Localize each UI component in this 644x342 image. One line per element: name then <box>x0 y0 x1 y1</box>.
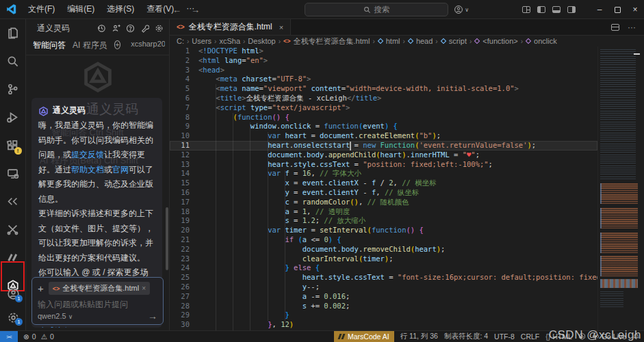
history-icon[interactable] <box>97 24 106 33</box>
encoding-status[interactable]: UTF-8 <box>494 332 515 341</box>
accounts-icon[interactable]: 1 <box>0 281 26 306</box>
feedback-icon[interactable] <box>112 24 120 33</box>
tools-icon[interactable] <box>0 215 26 244</box>
menu-item-0[interactable]: 文件(F) <box>23 1 60 17</box>
add-context-button[interactable]: + <box>38 284 44 293</box>
tab-smart-qa[interactable]: 智能问答 <box>33 40 66 55</box>
code-line[interactable]: 3<head> <box>170 66 597 75</box>
code-line[interactable]: 30 }, 12) <box>170 320 597 330</box>
code-line[interactable]: 7 <script type="text/javascript"> <box>170 103 597 113</box>
code-line[interactable]: 2<html lang="en"> <box>170 56 597 66</box>
live-preview-icon[interactable] <box>0 187 26 215</box>
tongyi-status-icon[interactable] <box>578 332 586 341</box>
code-line[interactable]: 10 var heart = document.createElement("b… <box>170 131 597 141</box>
warnings-count[interactable]: 0 <box>50 332 54 341</box>
breadcrumb-item[interactable]: Desktop <box>248 37 275 45</box>
remote-indicator[interactable]: >< <box>0 331 18 342</box>
go-live-button[interactable]: Go Live <box>592 332 626 341</box>
new-session-button[interactable]: + <box>114 40 120 49</box>
code-line[interactable]: 20 var timer = setInterval(function() { <box>170 226 597 235</box>
breadcrumb-item[interactable]: Users <box>192 37 211 45</box>
chip-close-icon[interactable]: × <box>142 285 146 292</box>
indentation-status[interactable]: 制表符长度: 4 <box>444 332 488 341</box>
code-line[interactable]: 5 <meta name="viewport" content="width=d… <box>170 84 597 94</box>
code-line[interactable]: 18 a = 1, // 透明度 <box>170 207 597 217</box>
cursor-position[interactable]: 行 11, 列 36 <box>400 332 438 341</box>
breadcrumb-item[interactable]: head <box>416 37 433 45</box>
editor-more-actions-icon[interactable]: ··· <box>628 23 636 32</box>
panel-account[interactable]: xcsharp2020 <box>129 40 165 48</box>
eol-status[interactable]: CRLF <box>521 332 539 341</box>
code-editor[interactable]: 1<!DOCTYPE html>2<html lang="en">3<head>… <box>170 47 597 330</box>
code-lines[interactable]: 1<!DOCTYPE html>2<html lang="en">3<head>… <box>170 47 597 330</box>
language-mode[interactable]: {} HTML <box>545 332 572 341</box>
minimap[interactable] <box>597 47 640 330</box>
gear-icon[interactable] <box>155 24 164 33</box>
maximize-button[interactable] <box>608 0 626 19</box>
code-line[interactable]: 25 heart.style.cssText = "font-size:16px… <box>170 273 597 282</box>
breadcrumb-item[interactable]: onclick <box>534 37 557 45</box>
remote-explorer-icon[interactable] <box>0 159 26 187</box>
tab-ai-programmer[interactable]: AI 程序员 <box>73 40 107 55</box>
code-line[interactable]: 28 s += 0.002; <box>170 302 597 311</box>
code-line[interactable]: 15 x = event.clientX - f / 2, // 横坐标 <box>170 179 597 188</box>
toggle-secondary-sidebar-icon[interactable] <box>567 6 576 13</box>
breadcrumb-item[interactable]: <function> <box>482 37 517 45</box>
breadcrumb-item[interactable]: C: <box>177 37 184 45</box>
menu-item-1[interactable]: 编辑(E) <box>62 1 100 17</box>
code-line[interactable]: 12 document.body.appendChild(heart).inne… <box>170 150 597 160</box>
wrench-icon[interactable] <box>140 24 149 33</box>
help-icon[interactable] <box>126 24 135 33</box>
code-line[interactable]: 16 y = event.clientY - f, // 纵坐标 <box>170 188 597 198</box>
settings-gear-icon[interactable]: 1 <box>0 306 26 329</box>
customize-layout-icon[interactable] <box>522 6 530 13</box>
editor-scrollbar[interactable] <box>640 47 644 330</box>
code-line[interactable]: 22 document.body.removeChild(heart); <box>170 245 597 254</box>
command-search-input[interactable]: 搜索 <box>305 3 448 16</box>
code-line[interactable]: 9 window.onclick = function(event) { <box>170 122 597 131</box>
chat-input-placeholder[interactable]: 输入问题或粘贴图片提问 <box>38 299 157 311</box>
send-button[interactable]: → <box>148 311 157 321</box>
search-sidebar-icon[interactable] <box>0 47 26 75</box>
code-line[interactable]: 13 heart.style.cssText = "position: fixe… <box>170 160 597 170</box>
errors-count[interactable]: 0 <box>32 332 36 341</box>
code-line[interactable]: 11 heart.onselectstart = new Function('e… <box>170 141 597 150</box>
code-line[interactable]: 14 var f = 16, // 字体大小 <box>170 169 597 179</box>
feedback-link[interactable]: 提交反馈 <box>71 150 104 159</box>
code-line[interactable]: 23 clearInterval(timer); <box>170 254 597 264</box>
code-line[interactable]: 6 <title>全栈专栏资源合集 - xcLeigh</title> <box>170 94 597 103</box>
nav-back-icon[interactable]: ← <box>172 5 181 15</box>
code-line[interactable]: 26 y--; <box>170 282 597 292</box>
code-line[interactable]: 19 s = 1.2; // 放大缩小 <box>170 216 597 226</box>
code-line[interactable]: 27 a -= 0.016; <box>170 292 597 302</box>
minimize-button[interactable]: – <box>591 0 608 19</box>
run-debug-icon[interactable] <box>0 103 26 131</box>
code-line[interactable]: 4 <meta charset="UTF-8"> <box>170 75 597 84</box>
model-selector[interactable]: qwen2.5 ∨ <box>38 312 73 320</box>
bell-icon[interactable] <box>632 332 640 341</box>
breadcrumb-item[interactable]: 全栈专栏资源合集.html <box>294 36 370 47</box>
breadcrumb-item[interactable]: html <box>386 37 400 45</box>
breadcrumb-item[interactable]: xcSha <box>219 37 240 45</box>
account-menu-button[interactable]: ∨ <box>454 5 469 14</box>
code-line[interactable]: 1<!DOCTYPE html> <box>170 47 597 56</box>
toggle-sidebar-icon[interactable] <box>537 6 545 13</box>
chat-input-box[interactable]: + <> 全栈专栏资源合集.html × 输入问题或粘贴图片提问 qwen2.5… <box>31 277 164 325</box>
tab-close-icon[interactable]: × <box>279 23 283 31</box>
nav-forward-icon[interactable]: → <box>191 5 200 15</box>
code-line[interactable]: 29 } <box>170 311 597 320</box>
breadcrumb-item[interactable]: script <box>449 37 467 45</box>
menu-item-2[interactable]: 选择(S) <box>101 1 140 17</box>
close-button[interactable]: × <box>626 0 644 19</box>
editor-tab-active[interactable]: <> 全栈专栏资源合集.html × <box>170 19 291 35</box>
marscode-status-item[interactable]: MarsCode AI <box>334 331 394 342</box>
split-editor-icon[interactable] <box>611 24 619 31</box>
code-line[interactable]: 24 } else { <box>170 263 597 273</box>
code-line[interactable]: 8 (function() { <box>170 113 597 122</box>
code-line[interactable]: 17 c = randomColor(), // 随机颜色 <box>170 198 597 207</box>
context-file-chip[interactable]: <> 全栈专栏资源合集.html × <box>49 282 150 295</box>
docs-link[interactable]: 帮助文档 <box>71 165 104 174</box>
code-line[interactable]: 21 if (a <= 0) { <box>170 235 597 245</box>
chat-scrollbar[interactable] <box>166 207 168 270</box>
website-link[interactable]: 官网 <box>112 165 129 174</box>
